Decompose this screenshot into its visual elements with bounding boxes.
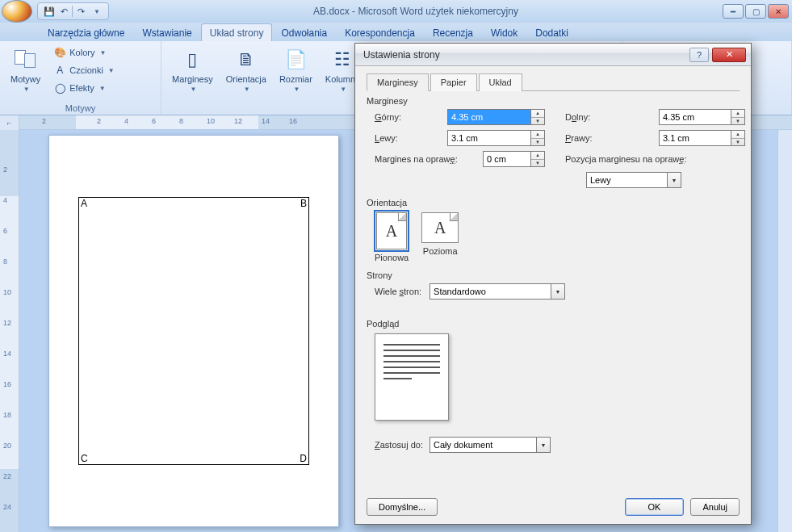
ribbon-tab-wstawianie[interactable]: Wstawianie: [133, 23, 200, 41]
defaults-button[interactable]: Domyślne...: [367, 498, 438, 516]
margins-button[interactable]: ▯Marginesy▼: [168, 44, 217, 95]
dialog-tab-marginesy[interactable]: Marginesy: [367, 73, 429, 91]
gutter-input[interactable]: [483, 151, 531, 167]
gutter-pos-combo[interactable]: ▼: [586, 172, 681, 188]
section-margins-label: Marginesy: [367, 96, 740, 106]
window-title: AB.docx - Microsoft Word użytek niekomer…: [109, 6, 723, 17]
effects-icon: ◯: [53, 82, 66, 94]
bottom-margin-input[interactable]: [659, 109, 731, 125]
ruler-v-tick: 2: [3, 165, 7, 174]
font-icon: A: [53, 64, 66, 77]
bottom-margin-spinner[interactable]: ▲▼: [731, 109, 745, 125]
right-margin-spinner[interactable]: ▲▼: [731, 130, 745, 146]
ruler-v-tick: 12: [3, 319, 11, 327]
chevron-down-icon[interactable]: ▼: [551, 283, 565, 300]
apply-to-combo[interactable]: ▼: [430, 437, 551, 453]
themes-icon: [13, 47, 39, 73]
orientation-label: Orientacja: [226, 74, 266, 84]
ruler-v-tick: 24: [3, 503, 11, 511]
orientation-options: A Pionowa A Pozioma: [375, 212, 740, 262]
size-button[interactable]: 📄Rozmiar▼: [275, 44, 316, 95]
window-controls: ━ ▢ ✕: [723, 4, 789, 19]
orientation-portrait[interactable]: A Pionowa: [375, 212, 409, 262]
dialog-tab-papier[interactable]: Papier: [430, 73, 477, 91]
theme-fonts-label: Czcionki: [69, 65, 103, 75]
section-orientation-label: Orientacja: [367, 198, 740, 207]
dialog-help-button[interactable]: ?: [689, 48, 709, 62]
apply-to-value: [430, 437, 537, 453]
close-button[interactable]: ✕: [768, 4, 789, 19]
ribbon-tab-recenzja[interactable]: Recenzja: [424, 23, 482, 41]
preview-box: [375, 333, 449, 421]
ribbon-tab-układ-strony[interactable]: Układ strony: [201, 23, 273, 41]
section-preview-label: Podgląd: [367, 319, 740, 329]
section-pages-label: Strony: [367, 270, 740, 280]
ok-button[interactable]: OK: [625, 498, 685, 516]
ruler-v-tick: 18: [3, 411, 11, 419]
ruler-corner[interactable]: ⌐: [0, 115, 19, 130]
ruler-h-tick: 4: [124, 117, 128, 125]
chevron-down-icon[interactable]: ▼: [668, 172, 681, 188]
themes-button[interactable]: Motywy ▼: [6, 44, 44, 95]
corner-d: D: [300, 453, 307, 464]
left-margin-spinner[interactable]: ▲▼: [531, 130, 545, 146]
orientation-button[interactable]: 🗎Orientacja▼: [222, 44, 270, 95]
corner-a: A: [81, 198, 87, 209]
qa-customize-button[interactable]: ▼: [90, 5, 103, 18]
ruler-v-tick: 10: [3, 288, 11, 296]
ruler-v-tick: 8: [3, 258, 7, 266]
ribbon-tab-widok[interactable]: Widok: [482, 23, 526, 41]
gutter-spinner[interactable]: ▲▼: [531, 151, 545, 167]
qa-undo-button[interactable]: ↶: [57, 5, 70, 18]
dialog-close-button[interactable]: ✕: [712, 48, 746, 62]
chevron-down-icon[interactable]: ▼: [537, 437, 551, 453]
landscape-label: Pozioma: [423, 246, 458, 256]
theme-colors-label: Kolory: [69, 48, 94, 57]
orientation-landscape[interactable]: A Pozioma: [421, 212, 459, 262]
margins-label: Marginesy: [172, 74, 213, 84]
size-label: Rozmiar: [279, 74, 312, 84]
maximize-button[interactable]: ▢: [745, 4, 766, 19]
minimize-button[interactable]: ━: [723, 4, 744, 19]
ribbon-tab-dodatki[interactable]: Dodatki: [526, 23, 577, 41]
office-button[interactable]: [2, 0, 32, 23]
multi-pages-label: Wiele stron:: [375, 287, 421, 296]
qa-redo-button[interactable]: ↷: [74, 5, 87, 18]
gutter-pos-label: Pozycja marginesu na oprawę:: [554, 154, 731, 164]
top-margin-input[interactable]: [447, 109, 531, 125]
scrollbar-vertical[interactable]: [777, 130, 792, 532]
ruler-h-tick: 10: [207, 117, 215, 125]
theme-colors-button[interactable]: 🎨Kolory▼: [49, 44, 119, 61]
left-margin-input[interactable]: [447, 130, 531, 146]
multi-pages-combo[interactable]: ▼: [430, 283, 565, 300]
ribbon-group-themes-title: Motywy: [0, 103, 161, 113]
dialog-tab-układ[interactable]: Układ: [479, 73, 522, 91]
quick-access-toolbar: 💾 ↶ ↷ ▼: [37, 2, 109, 20]
ribbon-tab-narzędzia-główne[interactable]: Narzędzia główne: [39, 23, 133, 41]
cancel-button[interactable]: Anuluj: [690, 498, 740, 516]
ruler-vertical[interactable]: 24681012141618202224: [0, 130, 19, 532]
corner-b: B: [300, 198, 307, 209]
orientation-icon: 🗎: [233, 47, 259, 73]
ribbon-tab-korespondencja[interactable]: Korespondencja: [336, 23, 424, 41]
corner-c: C: [81, 453, 88, 464]
ruler-v-tick: 22: [3, 472, 11, 480]
ruler-h-tick: 14: [262, 117, 270, 125]
theme-fonts-button[interactable]: ACzcionki▼: [49, 62, 119, 78]
portrait-icon: A: [376, 212, 407, 249]
ruler-h-tick: 8: [179, 117, 183, 125]
theme-effects-button[interactable]: ◯Efekty▼: [49, 80, 119, 96]
qa-save-button[interactable]: 💾: [43, 5, 56, 18]
ruler-v-tick: 6: [3, 227, 7, 235]
top-label: Górny:: [375, 112, 447, 122]
ribbon-tabs: Narzędzia główneWstawianieUkład stronyOd…: [0, 23, 792, 41]
margins-icon: ▯: [179, 47, 205, 73]
right-margin-input[interactable]: [659, 130, 731, 146]
top-margin-spinner[interactable]: ▲▼: [531, 109, 545, 125]
ribbon-tab-odwołania[interactable]: Odwołania: [272, 23, 336, 41]
themes-label: Motywy: [10, 74, 40, 84]
size-icon: 📄: [283, 47, 308, 73]
ribbon-group-themes: Motywy ▼ 🎨Kolory▼ ACzcionki▼ ◯Efekty▼ Mo…: [0, 41, 161, 115]
right-label: Prawy:: [554, 133, 659, 143]
dialog-titlebar[interactable]: Ustawienia strony ? ✕: [355, 44, 751, 66]
